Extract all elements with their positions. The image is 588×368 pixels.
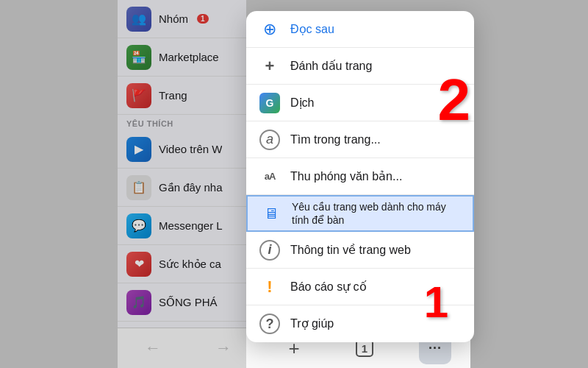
info-label: Thông tin về trang web bbox=[290, 243, 411, 257]
more-icon: ··· bbox=[429, 341, 442, 356]
popup-item-info[interactable]: i Thông tin về trang web bbox=[246, 232, 474, 269]
phone-frame: 👥 Nhóm 1 🏪 Marketplace 🚩 Trang YÊU THÍCH… bbox=[0, 0, 588, 368]
help-label: Trợ giúp bbox=[290, 316, 334, 330]
annotation-number-1: 1 bbox=[424, 277, 448, 328]
plus-circle-icon: ⊕ bbox=[259, 19, 280, 40]
find-label: Tìm trong trang... bbox=[290, 132, 381, 146]
report-icon: ! bbox=[259, 277, 280, 297]
info-icon: i bbox=[259, 240, 280, 261]
translate-icon: G bbox=[259, 93, 280, 113]
text-size-label: Thu phóng văn bản... bbox=[290, 169, 402, 183]
desktop-icon: 🖥 bbox=[261, 203, 282, 224]
bookmark-icon: + bbox=[259, 56, 280, 77]
doc-sau-label: Đọc sau bbox=[290, 22, 334, 36]
report-label: Báo cáo sự cố bbox=[290, 280, 367, 294]
desktop-label: Yêu cầu trang web dành cho máy tính để b… bbox=[292, 200, 459, 227]
sidebar-overlay bbox=[118, 0, 246, 368]
popup-item-doc-sau[interactable]: ⊕ Đọc sau bbox=[246, 11, 474, 48]
help-icon: ? bbox=[259, 314, 280, 334]
text-size-icon: aA bbox=[259, 166, 280, 187]
popup-item-desktop[interactable]: 🖥 Yêu cầu trang web dành cho máy tính để… bbox=[246, 195, 474, 232]
bookmark-label: Đánh dấu trang bbox=[290, 59, 372, 73]
translate-label: Dịch bbox=[290, 96, 314, 110]
annotation-number-2: 2 bbox=[438, 66, 471, 134]
popup-item-text-size[interactable]: aA Thu phóng văn bản... bbox=[246, 158, 474, 195]
find-icon: a bbox=[259, 130, 280, 150]
